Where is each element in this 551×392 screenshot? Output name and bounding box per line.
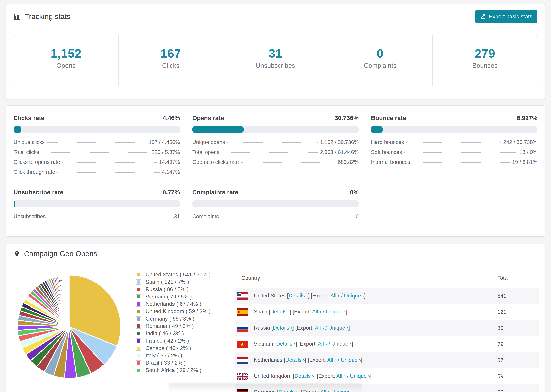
rate-title: Clicks rate	[14, 115, 44, 121]
stat-label: Clicks	[119, 62, 223, 69]
rate-value: 30.736%	[335, 115, 359, 121]
metric-row: Total opens2,303 / 61.446%	[192, 149, 359, 159]
export-all-link[interactable]: All ›	[330, 293, 339, 299]
legend-label: Netherlands ( 67 / 4% )	[146, 301, 201, 307]
export-icon	[480, 14, 486, 20]
legend-label: Germany ( 55 / 3% )	[146, 316, 194, 322]
stat-bounces: 279Bounces	[433, 35, 537, 86]
flag-es-icon	[237, 308, 248, 316]
metric-row: Opens to clicks rate689.82%	[192, 159, 359, 169]
legend-item-spain[interactable]: Spain ( 121 / 7% )	[136, 278, 225, 286]
export-unique-link[interactable]: Unique ›	[344, 293, 364, 299]
dotted-leader	[227, 142, 318, 143]
dotted-leader	[57, 172, 160, 173]
rate-section-complaints-rate: Complaints rate0%Complaints0	[192, 189, 359, 223]
geo-title-wrap: Campaign Geo Opens	[14, 250, 97, 258]
details-link[interactable]: Details ›	[273, 325, 292, 331]
legend-item-vietnam[interactable]: Vietnam ( 79 / 5% )	[136, 293, 225, 300]
link-separator: /	[336, 357, 341, 363]
legend-label: France ( 42 / 2% )	[146, 338, 189, 344]
link-separator: /	[339, 293, 344, 299]
bracket: [	[269, 309, 270, 315]
stat-label: Opens	[14, 62, 118, 69]
export-unique-link[interactable]: Unique ›	[341, 357, 361, 363]
legend-label: Brazil ( 33 / 2% )	[146, 360, 186, 366]
progress-bar	[192, 126, 359, 133]
export-prefix: ] [Export:	[290, 309, 312, 315]
rate-section-opens-rate: Opens rate30.736%Unique opens1,152 / 30.…	[192, 115, 359, 179]
export-all-link[interactable]: All ›	[312, 309, 321, 315]
details-link[interactable]: Details ›	[276, 341, 296, 347]
stat-value: 167	[119, 47, 223, 60]
details-link[interactable]: Details ›	[270, 309, 290, 315]
flag-gb-icon	[237, 373, 248, 380]
legend-label: Spain ( 121 / 7% )	[146, 279, 189, 285]
stat-clicks: 167Clicks	[119, 35, 223, 86]
country-total: 67	[496, 352, 539, 368]
export-all-link[interactable]: All ›	[315, 325, 324, 331]
legend-item-south-africa[interactable]: South Africa ( 29 / 2% )	[136, 366, 225, 374]
dotted-leader	[222, 152, 318, 153]
legend-swatch	[136, 346, 141, 351]
country-total: 121	[496, 304, 539, 320]
export-all-link[interactable]: All ›	[318, 341, 327, 347]
progress-bar	[14, 126, 180, 133]
legend-item-france[interactable]: France ( 42 / 2% )	[136, 337, 225, 344]
progress-bar	[371, 126, 537, 133]
country-name: Vietnam	[254, 341, 275, 347]
legend-item-brazil[interactable]: Brazil ( 33 / 2% )	[136, 359, 225, 366]
metric-row: Complaints0	[192, 213, 359, 223]
legend-swatch	[136, 294, 141, 299]
export-unique-link[interactable]: Unique ›	[326, 309, 346, 315]
export-basic-stats-label: Export basic stats	[489, 14, 532, 20]
geo-row-spain: Spain [Details ›] [Export: All › / Uniqu…	[235, 304, 539, 320]
legend-item-russia[interactable]: Russia ( 86 / 5% )	[136, 286, 225, 293]
stat-label: Bounces	[433, 62, 537, 69]
dotted-leader	[406, 142, 501, 143]
metric-row: Unsubscribes31	[14, 213, 180, 223]
flag-us-icon	[237, 292, 248, 300]
link-separator: /	[324, 325, 328, 331]
legend-item-germany[interactable]: Germany ( 55 / 3% )	[136, 315, 225, 322]
stats-row: 1,152Opens167Clicks31Unsubscribes0Compla…	[14, 35, 537, 86]
legend-item-india[interactable]: India ( 46 / 3% )	[136, 330, 225, 337]
progress-bar	[192, 200, 359, 207]
export-all-link[interactable]: All ›	[336, 373, 345, 379]
export-basic-stats-button[interactable]: Export basic stats	[475, 10, 537, 23]
details-link[interactable]: Details ›	[285, 357, 305, 363]
legend-item-netherlands[interactable]: Netherlands ( 67 / 4% )	[136, 300, 225, 308]
legend-item-united-kingdom[interactable]: United Kingdom ( 59 / 3% )	[136, 308, 225, 315]
export-prefix: ] [Export:	[305, 357, 327, 363]
details-link[interactable]: Details ›	[295, 373, 314, 379]
geo-header: Campaign Geo Opens	[6, 244, 545, 264]
export-unique-link[interactable]: Unique ›	[328, 325, 348, 331]
geo-pie-chart	[14, 270, 125, 383]
metric-row: Unique opens1,152 / 30.736%	[192, 139, 359, 149]
dotted-leader	[63, 162, 156, 163]
legend-label: United States ( 541 / 31% )	[146, 272, 211, 278]
geo-table: Country Total United States [Details ›] …	[235, 269, 539, 392]
page-title: Tracking stats	[14, 13, 71, 21]
export-prefix: ] [Export:	[292, 325, 315, 331]
dotted-leader	[404, 152, 517, 153]
stat-value: 1,152	[14, 47, 118, 60]
export-unique-link[interactable]: Unique ›	[350, 373, 370, 379]
legend-item-united-states[interactable]: United States ( 541 / 31% )	[136, 271, 225, 278]
legend-label: Russia ( 86 / 5% )	[146, 286, 189, 293]
legend-item-canada[interactable]: Canada ( 40 / 2% )	[136, 344, 225, 352]
export-all-link[interactable]: All ›	[327, 357, 336, 363]
rate-section-unsubscribe-rate: Unsubscribe rate0.77%Unsubscribes31	[14, 189, 180, 223]
metric-row: Hard bounces242 / 86.738%	[371, 139, 537, 149]
country-name: United States	[254, 293, 287, 299]
country-name: Russia	[254, 325, 271, 331]
bracket: ]	[364, 293, 366, 299]
export-unique-link[interactable]: Unique ›	[332, 341, 352, 347]
campaign-geo-opens-panel: Campaign Geo Opens United States ( 541 /…	[6, 244, 545, 392]
geo-title: Campaign Geo Opens	[24, 250, 97, 258]
stat-label: Unsubscribes	[223, 62, 328, 69]
details-link[interactable]: Details ›	[289, 293, 308, 299]
dotted-leader	[48, 217, 172, 217]
legend-item-italy[interactable]: Italy ( 36 / 2% )	[136, 352, 225, 359]
tracking-stats-title: Tracking stats	[25, 13, 71, 21]
legend-item-romania[interactable]: Romania ( 49 / 3% )	[136, 322, 225, 330]
